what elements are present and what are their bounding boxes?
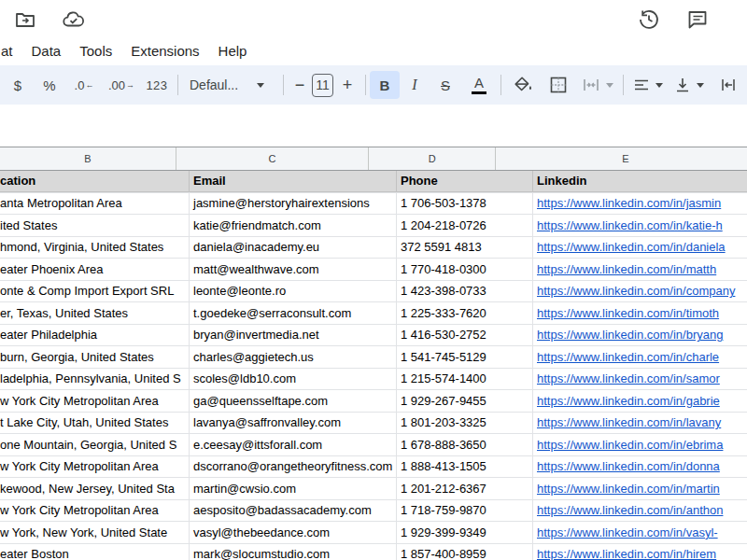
- linkedin-link[interactable]: https://www.linkedin.com/in/martin: [537, 482, 720, 496]
- cell-location[interactable]: anta Metropolitan Area: [0, 193, 190, 215]
- header-cell[interactable]: Phone: [397, 171, 533, 192]
- cell-email[interactable]: bryan@invertmedia.net: [190, 325, 397, 346]
- menu-extensions[interactable]: Extensions: [121, 41, 208, 61]
- cell-linkedin[interactable]: https://www.linkedin.com/in/daniela: [533, 237, 747, 259]
- cell-location[interactable]: t Lake City, Utah, United States: [0, 413, 190, 434]
- cell-email[interactable]: jasmine@herstoryhairextensions: [190, 193, 397, 215]
- cell-phone[interactable]: 1 678-888-3650: [397, 434, 533, 455]
- version-history-icon[interactable]: [637, 7, 661, 32]
- cell-linkedin[interactable]: https://www.linkedin.com/in/anthon: [533, 500, 747, 522]
- cell-phone[interactable]: 1 416-530-2752: [397, 325, 533, 346]
- linkedin-link[interactable]: https://www.linkedin.com/in/gabrie: [537, 394, 720, 408]
- number-format-button[interactable]: 123: [140, 71, 174, 99]
- text-color-button[interactable]: A: [461, 71, 497, 99]
- cell-linkedin[interactable]: https://www.linkedin.com/in/timoth: [533, 302, 747, 324]
- cell-phone[interactable]: 1 541-745-5129: [397, 346, 533, 368]
- column-header-C[interactable]: C: [176, 147, 369, 170]
- strikethrough-button[interactable]: S: [430, 71, 461, 99]
- borders-button[interactable]: [541, 71, 576, 99]
- cell-email[interactable]: aesposito@badassacademy.com: [190, 500, 397, 522]
- cell-phone[interactable]: 1 423-398-0733: [397, 281, 533, 302]
- cell-location[interactable]: eater Boston: [0, 544, 190, 560]
- cell-phone[interactable]: 1 929-399-9349: [397, 522, 533, 543]
- cell-location[interactable]: er, Texas, United States: [0, 302, 190, 324]
- format-currency-button[interactable]: $: [2, 71, 34, 99]
- text-wrapping-button[interactable]: [710, 71, 747, 99]
- linkedin-link[interactable]: https://www.linkedin.com/in/company: [537, 284, 735, 298]
- column-header-E[interactable]: E: [496, 147, 747, 170]
- cell-linkedin[interactable]: https://www.linkedin.com/in/martin: [533, 478, 747, 499]
- cell-email[interactable]: vasyl@thebeedance.com: [190, 522, 397, 543]
- menu-tools[interactable]: Tools: [70, 41, 121, 61]
- cell-phone[interactable]: 1 215-574-1400: [397, 369, 533, 390]
- linkedin-link[interactable]: https://www.linkedin.com/in/hirem: [537, 547, 716, 560]
- comments-icon[interactable]: [685, 7, 710, 32]
- bold-button[interactable]: B: [370, 71, 400, 99]
- cell-phone[interactable]: 1 201-212-6367: [397, 478, 533, 499]
- cell-email[interactable]: t.goedeke@serraconsult.com: [190, 302, 397, 324]
- cell-linkedin[interactable]: https://www.linkedin.com/in/ebrima: [533, 434, 747, 455]
- increase-decimal-places-button[interactable]: .00→: [103, 71, 140, 99]
- cell-linkedin[interactable]: https://www.linkedin.com/in/company: [533, 281, 747, 302]
- cell-linkedin[interactable]: https://www.linkedin.com/in/hirem: [533, 544, 747, 560]
- cell-location[interactable]: burn, Georgia, United States: [0, 346, 190, 368]
- cell-email[interactable]: scoles@ldb10.com: [190, 369, 397, 390]
- linkedin-link[interactable]: https://www.linkedin.com/in/vasyl-: [537, 525, 718, 539]
- cell-location[interactable]: ladelphia, Pennsylvania, United S: [0, 369, 190, 390]
- cell-location[interactable]: w York City Metropolitan Area: [0, 390, 190, 412]
- cell-location[interactable]: ited States: [0, 215, 190, 236]
- cell-linkedin[interactable]: https://www.linkedin.com/in/matth: [533, 259, 747, 280]
- cell-email[interactable]: e.ceesay@ittsforall.com: [190, 434, 397, 455]
- cell-email[interactable]: katie@friendmatch.com: [190, 215, 397, 236]
- cell-linkedin[interactable]: https://www.linkedin.com/in/donna: [533, 456, 747, 478]
- merge-cells-button[interactable]: [576, 71, 619, 99]
- increase-font-size-button[interactable]: +: [333, 71, 361, 99]
- column-header-D[interactable]: D: [369, 147, 496, 170]
- linkedin-link[interactable]: https://www.linkedin.com/in/charle: [537, 350, 719, 364]
- cell-linkedin[interactable]: https://www.linkedin.com/in/gabrie: [533, 390, 747, 412]
- cell-location[interactable]: w York City Metropolitan Area: [0, 456, 190, 478]
- cell-email[interactable]: charles@aggietech.us: [190, 346, 397, 368]
- cell-email[interactable]: daniela@inacademy.eu: [190, 237, 397, 259]
- cell-phone[interactable]: 1 225-333-7620: [397, 302, 533, 324]
- cell-linkedin[interactable]: https://www.linkedin.com/in/samor: [533, 369, 747, 390]
- cell-location[interactable]: eater Phoenix Area: [0, 259, 190, 280]
- linkedin-link[interactable]: https://www.linkedin.com/in/katie-h: [537, 218, 723, 232]
- menu-help[interactable]: Help: [209, 41, 257, 61]
- linkedin-link[interactable]: https://www.linkedin.com/in/ebrima: [537, 438, 723, 452]
- linkedin-link[interactable]: https://www.linkedin.com/in/timoth: [537, 306, 719, 320]
- cell-phone[interactable]: 1 204-218-0726: [397, 215, 533, 236]
- cell-phone[interactable]: 1 801-203-3325: [397, 413, 533, 434]
- menu-data[interactable]: Data: [22, 41, 71, 61]
- cell-email[interactable]: matt@wealthwave.com: [190, 259, 397, 280]
- cell-linkedin[interactable]: https://www.linkedin.com/in/vasyl-: [533, 522, 747, 543]
- vertical-align-button[interactable]: [669, 71, 710, 99]
- cell-linkedin[interactable]: https://www.linkedin.com/in/charle: [533, 346, 747, 368]
- cell-email[interactable]: ga@queensselftape.com: [190, 390, 397, 412]
- linkedin-link[interactable]: https://www.linkedin.com/in/bryang: [537, 328, 723, 342]
- decrease-font-size-button[interactable]: −: [288, 71, 312, 99]
- cell-email[interactable]: martin@cwsio.com: [190, 478, 397, 499]
- linkedin-link[interactable]: https://www.linkedin.com/in/jasmin: [537, 196, 721, 210]
- cell-location[interactable]: w York City Metropolitan Area: [0, 500, 190, 522]
- cell-location[interactable]: w York, New York, United State: [0, 522, 190, 543]
- italic-button[interactable]: I: [400, 71, 430, 99]
- cell-email[interactable]: mark@slocumstudio.com: [190, 544, 397, 560]
- cell-phone[interactable]: 1 929-267-9455: [397, 390, 533, 412]
- menu-format-partial[interactable]: at: [0, 41, 22, 61]
- cell-phone[interactable]: 1 718-759-9870: [397, 500, 533, 522]
- font-size-input[interactable]: 11: [312, 74, 333, 97]
- fill-color-button[interactable]: [505, 71, 541, 99]
- horizontal-align-button[interactable]: [627, 71, 669, 99]
- linkedin-link[interactable]: https://www.linkedin.com/in/donna: [537, 459, 720, 473]
- header-cell[interactable]: Email: [190, 171, 397, 192]
- cell-phone[interactable]: 1 706-503-1378: [397, 193, 533, 215]
- decrease-decimal-places-button[interactable]: .0←: [65, 71, 103, 99]
- font-family-dropdown[interactable]: Defaul...: [182, 71, 279, 99]
- linkedin-link[interactable]: https://www.linkedin.com/in/lavany: [537, 415, 721, 429]
- linkedin-link[interactable]: https://www.linkedin.com/in/samor: [537, 371, 720, 385]
- cell-email[interactable]: dscorrano@orangetheoryfitness.com: [190, 456, 397, 478]
- linkedin-link[interactable]: https://www.linkedin.com/in/anthon: [537, 503, 723, 517]
- cell-location[interactable]: eater Philadelphia: [0, 325, 190, 346]
- cell-email[interactable]: lavanya@saffronvalley.com: [190, 413, 397, 434]
